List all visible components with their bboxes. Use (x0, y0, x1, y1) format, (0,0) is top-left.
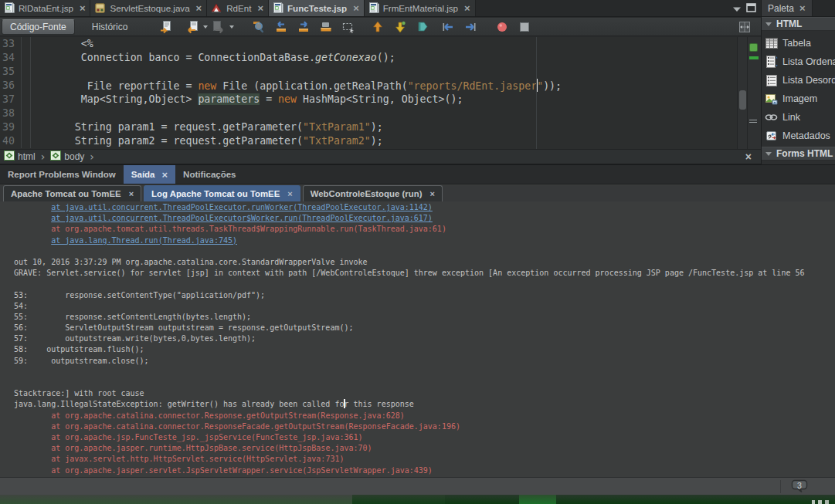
notification-balloon-icon[interactable]: 3 (790, 479, 809, 494)
breadcrumb: html › body › × (0, 149, 761, 164)
editor-tab-label: RdEnt (226, 3, 251, 13)
forward-dropdown-icon[interactable] (229, 25, 234, 29)
shift-line-left-icon[interactable] (440, 19, 457, 35)
line-number: 37 (0, 93, 22, 107)
palette-section-forms-html[interactable]: Forms HTML (762, 147, 835, 161)
close-icon[interactable]: × (162, 169, 168, 181)
tab-webcontroleestoque-run[interactable]: WebControleEstoque (run) × (303, 185, 443, 201)
back-icon[interactable] (184, 19, 201, 35)
maximize-window-icon[interactable] (746, 2, 756, 15)
close-icon[interactable]: × (745, 151, 752, 163)
chevron-right-icon: › (37, 151, 49, 163)
console-output[interactable]: at java.util.concurrent.ThreadPoolExecut… (0, 201, 835, 477)
unordered-list-icon (765, 75, 778, 86)
no-errors-indicator[interactable] (750, 44, 757, 51)
close-icon[interactable]: × (429, 189, 434, 198)
breadcrumb-item-body[interactable]: body (49, 151, 86, 163)
editor-scrollbar[interactable] (737, 37, 747, 149)
close-icon[interactable]: × (196, 2, 202, 14)
code-line[interactable]: 34 Connection banco = ConnectionDataBase… (0, 51, 737, 65)
previous-bookmark-icon[interactable] (369, 19, 386, 35)
tab-list-icon[interactable] (732, 2, 742, 15)
close-icon[interactable]: × (464, 2, 470, 14)
console-line: at java.util.concurrent.ThreadPoolExecut… (14, 202, 835, 213)
tab-log-apache-tomcat[interactable]: Log Apache Tomcat ou TomEE × (144, 185, 300, 201)
shift-line-right-icon[interactable] (462, 19, 479, 35)
last-edit-location-icon[interactable] (158, 19, 175, 35)
palette-tab[interactable]: Paleta × (762, 0, 813, 16)
code-line[interactable]: 33 <% (0, 37, 737, 51)
html-tag-icon (4, 151, 15, 163)
netbeans-window: RlDataEnt.jsp × ServletEstoque.java × Rd… (0, 0, 835, 504)
code-line[interactable]: 36 File reportfile = new File (applicati… (0, 79, 737, 93)
jsp-file-icon (368, 2, 379, 14)
jsp-file-icon (273, 2, 283, 14)
line-number: 38 (0, 107, 22, 120)
palette-item-lista-desordenada[interactable]: Lista Desordenada (765, 71, 835, 90)
glyph-margin (22, 134, 31, 148)
close-icon[interactable]: × (287, 189, 292, 198)
close-icon[interactable]: × (353, 2, 359, 14)
editor-tab-1[interactable]: ServletEstoque.java × (90, 0, 207, 16)
toggle-bookmark-icon[interactable] (414, 19, 431, 35)
editor-tab-3[interactable]: FuncTeste.jsp × (269, 0, 365, 16)
glyph-margin (22, 37, 31, 51)
next-bookmark-icon[interactable] (392, 19, 409, 35)
code-editor[interactable]: 33 <% 34 Connection banco = ConnectionDa… (0, 37, 761, 149)
breadcrumb-item-html[interactable]: html (2, 151, 37, 163)
code-line[interactable]: 37 Map<String,Object> parameters = new H… (0, 93, 737, 107)
console-line: out 10, 2016 3:37:29 PM org.apache.catal… (14, 257, 835, 268)
editor-tab-label: FrmEntMaterial.jsp (383, 3, 458, 13)
console-line (14, 377, 835, 388)
tab-report-problems-window[interactable]: Report Problems Window (0, 165, 124, 184)
editor-tab-label: ServletEstoque.java (110, 3, 189, 13)
find-selection-icon[interactable] (250, 19, 267, 35)
palette-item-imagem[interactable]: Imagem (765, 90, 835, 108)
error-stripe[interactable] (747, 37, 761, 149)
back-dropdown-icon[interactable] (203, 25, 208, 29)
code-line[interactable]: 39 String param1 = request.getParameter(… (0, 120, 737, 134)
scrollbar-thumb[interactable] (739, 90, 746, 110)
ordered-list-icon (765, 56, 778, 68)
tab-apache-tomcat[interactable]: Apache Tomcat ou TomEE × (3, 185, 141, 201)
console-line: GRAVE: Servlet.service() for servlet [js… (14, 268, 835, 279)
find-next-occurrence-icon[interactable] (295, 19, 312, 35)
occurrence-mark[interactable] (749, 56, 759, 59)
find-previous-occurrence-icon[interactable] (273, 19, 290, 35)
palette-item-link[interactable]: Link (765, 108, 835, 127)
console-line (14, 367, 835, 377)
split-document-icon[interactable] (736, 19, 753, 35)
glyph-margin (22, 107, 31, 120)
palette-section-html[interactable]: HTML (762, 17, 835, 31)
output-window-tabs: Report Problems Window Saída × Notificaç… (0, 164, 835, 184)
line-number: 40 (0, 134, 22, 148)
close-icon[interactable]: × (80, 2, 86, 14)
code-line[interactable]: 40 String param2 = request.getParameter(… (0, 134, 737, 148)
editor-tab-label: RlDataEnt.jsp (19, 3, 73, 13)
palette-item-lista-ordenada[interactable]: Lista Ordenada (765, 52, 835, 71)
palette-item-tabela[interactable]: Tabela (765, 34, 835, 52)
record-macro-icon[interactable] (494, 19, 511, 35)
editor-tab-2[interactable]: RdEnt × (207, 0, 269, 16)
close-icon[interactable]: × (257, 2, 263, 14)
code-line[interactable]: 38 (0, 107, 737, 120)
code-line[interactable]: 35 (0, 65, 737, 79)
tab-notificacoes[interactable]: Notificações (175, 165, 243, 184)
forward-icon[interactable] (210, 19, 227, 35)
link-icon (765, 113, 778, 122)
editor-tab-0[interactable]: RlDataEnt.jsp × (0, 0, 90, 16)
history-view-button[interactable]: Histórico (86, 22, 134, 32)
console-line: 57: outputstream.write(bytes,0,bytes.len… (14, 333, 835, 344)
palette-panel: Paleta × HTML Tabela Lista Ordenada List… (761, 0, 835, 164)
tab-saida[interactable]: Saída × (124, 165, 175, 184)
source-view-button[interactable]: Código-Fonte (2, 19, 75, 35)
tab-controls (732, 0, 761, 16)
close-icon[interactable]: × (129, 189, 134, 198)
close-icon[interactable]: × (799, 2, 806, 14)
editor-tab-4[interactable]: FrmEntMaterial.jsp × (365, 0, 476, 16)
palette-item-metadados[interactable]: Metadados (765, 127, 835, 145)
toggle-highlight-icon[interactable] (317, 19, 334, 35)
rectangular-selection-icon[interactable] (340, 19, 357, 35)
line-number: 33 (0, 37, 22, 51)
stop-macro-icon[interactable] (516, 19, 533, 35)
